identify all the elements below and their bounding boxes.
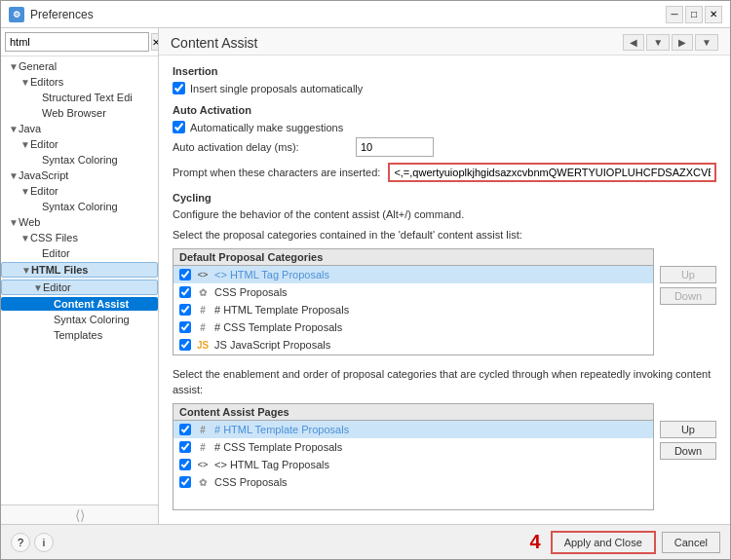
search-input[interactable] <box>5 32 149 52</box>
tree-item-css-editor[interactable]: Editor <box>1 245 158 261</box>
tree-item-js-editor[interactable]: ▼ Editor <box>1 183 158 199</box>
label-html-syntax: Syntax Coloring <box>54 314 130 325</box>
list2-check-0[interactable] <box>179 424 191 435</box>
prompt-input[interactable] <box>388 163 716 182</box>
tree-row-java-editor[interactable]: ▼ Editor <box>1 137 158 151</box>
tree-item-general[interactable]: ▼ General <box>1 58 158 74</box>
label-editors: Editors <box>30 76 63 88</box>
tree-item-content-assist[interactable]: Content Assist <box>1 296 158 312</box>
label-web-browser: Web Browser <box>42 107 106 119</box>
list2-up-button[interactable]: Up <box>660 421 716 438</box>
tree-row-html-files[interactable]: ▼ HTML Files <box>1 262 158 278</box>
tree-row-js-syntax[interactable]: Syntax Coloring <box>1 200 158 213</box>
list1-check-3[interactable] <box>179 321 191 333</box>
list2-label-2: <> HTML Tag Proposals <box>214 459 329 470</box>
list2-check-2[interactable] <box>179 459 191 470</box>
tree-row-java-syntax[interactable]: Syntax Coloring <box>1 153 158 167</box>
sidebar-bottom: ⟨⟩ <box>1 504 158 524</box>
list-item[interactable]: ✿ CSS Proposals <box>173 283 653 301</box>
tree-item-js-syntax[interactable]: Syntax Coloring <box>1 199 158 214</box>
tree-row-content-assist[interactable]: Content Assist <box>1 297 158 311</box>
checkbox-suggestions[interactable] <box>173 121 185 133</box>
list2-label-1: # CSS Template Proposals <box>214 441 342 453</box>
delay-input[interactable] <box>356 137 434 157</box>
tree-row-java[interactable]: ▼ Java <box>1 122 158 135</box>
tree-row-editors[interactable]: ▼ Editors <box>1 75 158 89</box>
close-button[interactable]: ✕ <box>705 6 722 23</box>
label-js-syntax: Syntax Coloring <box>42 201 118 212</box>
list1-down-button[interactable]: Down <box>660 287 716 305</box>
list-item[interactable]: # # CSS Template Proposals <box>173 438 653 456</box>
tree-item-javascript[interactable]: ▼ JavaScript <box>1 168 158 183</box>
help-button[interactable]: ? <box>11 533 30 552</box>
tree-item-html-files[interactable]: ▼ HTML Files <box>1 261 158 279</box>
tree-item-css-files[interactable]: ▼ CSS Files <box>1 230 158 245</box>
arrow-javascript: ▼ <box>9 170 19 181</box>
list1-box: Default Proposal Categories <> <> HTML T… <box>173 248 654 355</box>
minimize-button[interactable]: ─ <box>666 6 683 23</box>
list1-check-2[interactable] <box>179 304 191 316</box>
auto-activation-section: Auto Activation Automatically make sugge… <box>173 104 716 182</box>
tree-item-java-editor[interactable]: ▼ Editor <box>1 136 158 152</box>
info-button[interactable]: i <box>34 533 54 552</box>
list1-container: Default Proposal Categories <> <> HTML T… <box>173 248 716 355</box>
list-item[interactable]: <> <> HTML Tag Proposals <box>173 456 653 473</box>
tree-item-java-syntax[interactable]: Syntax Coloring <box>1 152 158 168</box>
default-proposals-section: Select the proposal categories contained… <box>173 228 716 355</box>
label-css-files: CSS Files <box>30 232 78 243</box>
tree-item-html-syntax[interactable]: Syntax Coloring <box>1 312 158 327</box>
nav-dropdown-button[interactable]: ▼ <box>646 34 670 51</box>
list-item[interactable]: JS JS JavaScript Proposals <box>173 336 653 354</box>
html-tag-icon: <> <box>196 268 210 281</box>
nav-back-button[interactable]: ◀ <box>623 34 644 51</box>
apply-close-button[interactable]: Apply and Close <box>551 531 656 554</box>
tree-item-java[interactable]: ▼ Java <box>1 121 158 136</box>
css-icon-2: ✿ <box>196 475 210 489</box>
tree-row-js-editor[interactable]: ▼ Editor <box>1 184 158 198</box>
cancel-button[interactable]: Cancel <box>662 532 720 553</box>
arrow-html-files: ▼ <box>21 265 31 276</box>
list-item[interactable]: ✿ CSS Proposals <box>173 473 653 491</box>
list-item[interactable]: <> <> HTML Tag Proposals <box>173 266 653 283</box>
tree-row-general[interactable]: ▼ General <box>1 59 158 73</box>
tree-row-web[interactable]: ▼ Web <box>1 215 158 229</box>
list1-check-4[interactable] <box>179 339 191 351</box>
tree-item-templates[interactable]: Templates <box>1 327 158 343</box>
tree-item-web-browser[interactable]: Web Browser <box>1 105 158 121</box>
list-item[interactable]: # # HTML Template Proposals <box>173 301 653 318</box>
tree-row-web-browser[interactable]: Web Browser <box>1 106 158 120</box>
prompt-row: Prompt when these characters are inserte… <box>173 163 716 182</box>
checkbox-row-suggestions: Automatically make suggestions <box>173 121 716 133</box>
tree-item-editors[interactable]: ▼ Editors <box>1 74 158 90</box>
tree-row-css-files[interactable]: ▼ CSS Files <box>1 231 158 244</box>
list-item[interactable]: # # CSS Template Proposals <box>173 318 653 336</box>
list2-check-3[interactable] <box>179 476 191 488</box>
tree-row-css-editor[interactable]: Editor <box>1 246 158 260</box>
tree-row-structured[interactable]: Structured Text Edi <box>1 91 158 104</box>
cycling-title: Cycling <box>173 192 716 204</box>
nav-forward-button[interactable]: ▶ <box>672 34 693 51</box>
search-bar: ✕ <box>1 28 158 56</box>
tree-row-javascript[interactable]: ▼ JavaScript <box>1 168 158 182</box>
tree-item-html-editor[interactable]: ▼ Editor <box>1 279 158 296</box>
tree-item-structured[interactable]: Structured Text Edi <box>1 90 158 105</box>
tree-row-html-editor[interactable]: ▼ Editor <box>1 280 158 295</box>
maximize-button[interactable]: □ <box>685 6 703 23</box>
arrow-css-files: ▼ <box>20 233 30 243</box>
checkbox-single[interactable] <box>173 82 185 94</box>
list-item[interactable]: # # HTML Template Proposals <box>173 421 653 438</box>
nav-forward2-button[interactable]: ▼ <box>695 34 718 51</box>
tree-row-html-syntax[interactable]: Syntax Coloring <box>1 313 158 326</box>
list1-check-1[interactable] <box>179 286 191 298</box>
search-clear-button[interactable]: ✕ <box>151 33 159 51</box>
list1-check-0[interactable] <box>179 269 191 280</box>
arrow-general: ▼ <box>9 61 19 72</box>
bottom-right: 4 Apply and Close Cancel <box>530 531 720 554</box>
tree-item-web[interactable]: ▼ Web <box>1 214 158 230</box>
label-css-editor: Editor <box>42 247 70 259</box>
list1-up-button[interactable]: Up <box>660 266 716 283</box>
list2-check-1[interactable] <box>179 441 191 453</box>
tree-row-templates[interactable]: Templates <box>1 328 158 342</box>
list1-label-0: <> HTML Tag Proposals <box>214 269 329 280</box>
list2-down-button[interactable]: Down <box>660 442 716 460</box>
